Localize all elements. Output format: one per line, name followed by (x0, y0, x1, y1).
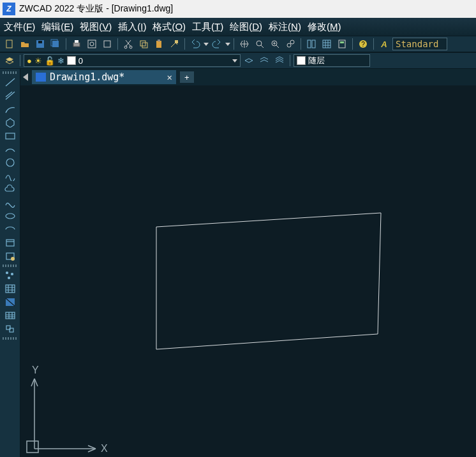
block-tool[interactable] (1, 236, 19, 249)
preview-icon[interactable] (85, 37, 99, 51)
region-tool[interactable] (1, 323, 19, 335)
tab-menu-icon[interactable] (23, 73, 28, 81)
svg-rect-43 (27, 441, 38, 453)
layer-dropdown-arrow[interactable] (232, 59, 237, 62)
text-style-combo[interactable]: Standard (392, 38, 447, 50)
menu-edit[interactable]: 编辑(E) (41, 21, 73, 33)
undo-icon[interactable] (188, 37, 202, 51)
laymgr2-icon[interactable] (257, 54, 271, 68)
new-tab-button[interactable]: + (180, 71, 194, 83)
toolbox-grip[interactable] (3, 265, 18, 267)
document-tabbar: Drawing1.dwg* ✕ + (20, 69, 476, 85)
separator (234, 38, 234, 50)
line-tool[interactable] (1, 76, 19, 89)
document-name: Drawing1.dwg* (50, 71, 124, 83)
table-tool[interactable] (1, 309, 19, 322)
svg-rect-14 (156, 41, 161, 48)
hatch-tool[interactable] (1, 282, 19, 295)
svg-rect-24 (339, 40, 345, 48)
circle-tool[interactable] (1, 156, 19, 169)
gradient-tool[interactable] (1, 296, 19, 308)
document-tab[interactable]: Drawing1.dwg* ✕ (32, 70, 176, 84)
svg-rect-21 (308, 40, 311, 48)
zoomall-icon[interactable] (283, 37, 297, 51)
separator (184, 38, 185, 50)
point-tool[interactable] (1, 269, 19, 282)
menu-format[interactable]: 格式(O) (152, 21, 186, 33)
polygon-tool[interactable] (1, 116, 19, 129)
ray-tool[interactable] (1, 89, 19, 102)
undo-dropdown[interactable] (204, 43, 209, 46)
new-icon[interactable] (3, 37, 17, 51)
svg-rect-23 (323, 40, 331, 48)
paste-icon[interactable] (152, 37, 166, 51)
svg-rect-9 (104, 41, 110, 47)
close-tab-icon[interactable]: ✕ (167, 72, 172, 82)
match-icon[interactable] (167, 37, 181, 51)
svg-rect-2 (38, 41, 42, 43)
bulb-icon: ● (27, 56, 32, 66)
calc-icon[interactable] (335, 37, 349, 51)
props-icon[interactable] (304, 37, 318, 51)
laymgr1-icon[interactable] (242, 54, 256, 68)
menu-view[interactable]: 视图(V) (80, 21, 112, 33)
arc2-tool[interactable] (1, 143, 19, 156)
laymgr3-icon[interactable] (272, 54, 286, 68)
ellipsearc-tool[interactable] (1, 223, 19, 236)
table-icon[interactable] (320, 37, 334, 51)
textstyle-icon[interactable]: A (377, 37, 391, 51)
drawing-viewport[interactable]: Y X (20, 85, 476, 457)
svg-text:?: ? (361, 41, 365, 48)
separator (301, 38, 301, 50)
spline-tool[interactable] (1, 196, 19, 209)
draw-toolbox (0, 69, 20, 457)
zoom-icon[interactable] (253, 37, 267, 51)
bylayer-label: 随层 (308, 55, 325, 66)
svg-rect-15 (158, 40, 160, 41)
lock-icon: 🔓 (45, 56, 55, 66)
svg-rect-39 (6, 312, 15, 319)
ellipse-tool[interactable] (1, 210, 19, 222)
help-icon[interactable]: ? (356, 37, 370, 51)
cloud-tool[interactable] (1, 183, 19, 196)
svg-point-30 (6, 214, 15, 219)
svg-rect-28 (6, 133, 15, 139)
title-bar: Z ZWCAD 2022 专业版 - [Drawing1.dwg] (0, 0, 476, 18)
separator (117, 38, 118, 50)
color-swatch (297, 56, 306, 65)
svg-point-34 (6, 272, 8, 274)
redo-dropdown[interactable] (225, 43, 230, 46)
pan-icon[interactable] (237, 37, 251, 51)
spline2-tool[interactable] (1, 170, 19, 182)
bylayer-combo[interactable]: 随层 (294, 54, 370, 67)
layer-combo[interactable]: ● ☀ 🔓 ❄ 0 (24, 54, 241, 67)
saveall-icon[interactable] (48, 37, 63, 51)
save-icon[interactable] (33, 37, 47, 51)
svg-point-20 (290, 40, 294, 44)
layeriso-icon[interactable] (3, 54, 17, 68)
print-icon[interactable] (70, 37, 84, 51)
axis-x-label: X (101, 443, 108, 454)
open-icon[interactable] (18, 37, 32, 51)
window-title: ZWCAD 2022 专业版 - [Drawing1.dwg] (19, 3, 173, 15)
menu-file[interactable]: 文件(F) (4, 21, 35, 33)
menu-insert[interactable]: 插入(I) (118, 21, 146, 33)
rectangle-tool[interactable] (1, 129, 19, 142)
separator (290, 55, 290, 66)
toolbox-grip[interactable] (3, 71, 18, 74)
cut-icon[interactable] (121, 37, 135, 51)
menu-dim[interactable]: 标注(N) (269, 21, 301, 33)
zoomwin-icon[interactable] (268, 37, 282, 51)
plot-icon[interactable] (100, 37, 114, 51)
toolbox-grip[interactable] (3, 337, 18, 340)
arc-tool[interactable] (1, 103, 19, 115)
menu-modify[interactable]: 修改(M) (308, 21, 341, 33)
menu-tools[interactable]: 工具(T) (192, 21, 223, 33)
svg-marker-42 (156, 213, 381, 349)
redo-icon[interactable] (210, 37, 224, 51)
copy-icon[interactable] (137, 37, 151, 51)
svg-rect-22 (312, 40, 315, 48)
svg-point-8 (90, 42, 94, 46)
menu-draw[interactable]: 绘图(D) (230, 21, 262, 33)
block2-tool[interactable] (1, 250, 19, 263)
